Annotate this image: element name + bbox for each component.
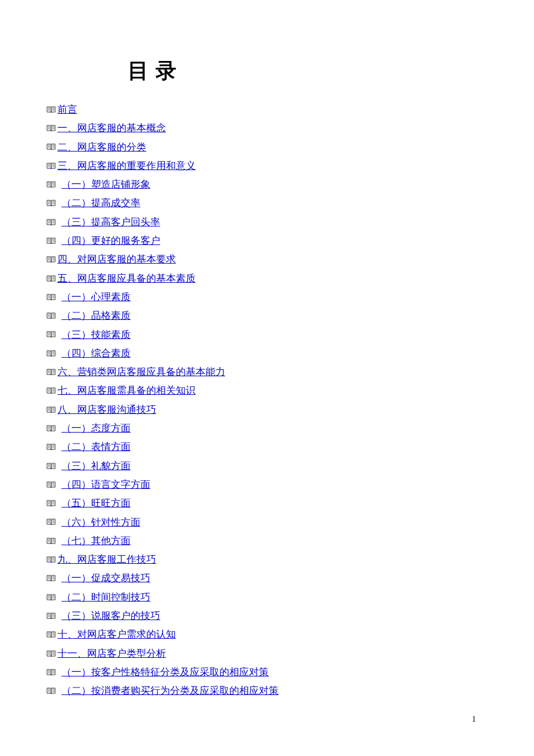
toc-item: （七）其他方面 bbox=[46, 534, 488, 548]
book-icon bbox=[46, 312, 56, 319]
toc-link[interactable]: （二）提高成交率 bbox=[62, 196, 140, 210]
toc-item: 四、对网店客服的基本要求 bbox=[46, 253, 488, 267]
book-icon bbox=[46, 387, 56, 394]
toc-link[interactable]: 前言 bbox=[57, 103, 77, 117]
toc-item: （三）礼貌方面 bbox=[46, 459, 488, 473]
toc-link[interactable]: （二）品格素质 bbox=[62, 309, 131, 323]
book-icon bbox=[46, 106, 56, 113]
toc-link[interactable]: 九、网店客服工作技巧 bbox=[57, 553, 156, 567]
toc-item: 三、网店客服的重要作用和意义 bbox=[46, 159, 488, 173]
toc-link[interactable]: （一）按客户性格特征分类及应采取的相应对策 bbox=[62, 665, 269, 679]
toc-item: （五）旺旺方面 bbox=[46, 496, 488, 510]
toc-item: 六、营销类网店客服应具备的基本能力 bbox=[46, 365, 488, 379]
toc-link[interactable]: 七、网店客服需具备的相关知识 bbox=[57, 384, 196, 398]
toc-item: （三）说服客户的技巧 bbox=[46, 609, 488, 623]
toc-item: （一）塑造店铺形象 bbox=[46, 178, 488, 192]
toc-item: （二）表情方面 bbox=[46, 440, 488, 454]
toc-link[interactable]: （一）促成交易技巧 bbox=[62, 571, 150, 585]
toc-item: （四）更好的服务客户 bbox=[46, 234, 488, 248]
toc-item: （二）按消费者购买行为分类及应采取的相应对策 bbox=[46, 684, 488, 698]
toc-link[interactable]: 二、网店客服的分类 bbox=[57, 141, 146, 154]
book-icon bbox=[46, 463, 56, 470]
toc-item: （一）促成交易技巧 bbox=[46, 571, 488, 585]
toc-item: 前言 bbox=[46, 103, 488, 117]
toc-link[interactable]: （七）其他方面 bbox=[62, 534, 131, 548]
toc-link[interactable]: （二）表情方面 bbox=[62, 440, 131, 454]
book-icon bbox=[46, 556, 56, 563]
toc-link[interactable]: （一）塑造店铺形象 bbox=[62, 178, 150, 192]
book-icon bbox=[46, 500, 56, 507]
page-number: 1 bbox=[472, 715, 476, 724]
toc-link[interactable]: （三）提高客户回头率 bbox=[62, 215, 160, 229]
toc-link[interactable]: 八、网店客服沟通技巧 bbox=[57, 403, 156, 417]
book-icon bbox=[46, 237, 56, 244]
book-icon bbox=[46, 294, 56, 301]
toc-item: 八、网店客服沟通技巧 bbox=[46, 403, 488, 417]
toc-item: 五、网店客服应具备的基本素质 bbox=[46, 272, 488, 286]
toc-item: 九、网店客服工作技巧 bbox=[46, 553, 488, 567]
book-icon bbox=[46, 631, 56, 638]
toc-link[interactable]: 一、网店客服的基本概念 bbox=[57, 121, 166, 135]
toc-item: 十一、网店客户类型分析 bbox=[46, 647, 488, 661]
book-icon bbox=[46, 650, 56, 657]
toc-link[interactable]: （五）旺旺方面 bbox=[62, 496, 131, 510]
book-icon bbox=[46, 575, 56, 582]
toc-link[interactable]: （四）综合素质 bbox=[62, 347, 131, 361]
toc-item: （一）按客户性格特征分类及应采取的相应对策 bbox=[46, 665, 488, 679]
toc-item: （二）品格素质 bbox=[46, 309, 488, 323]
toc-item: （一）态度方面 bbox=[46, 422, 488, 435]
toc-link[interactable]: 六、营销类网店客服应具备的基本能力 bbox=[57, 365, 225, 379]
book-icon bbox=[46, 143, 56, 150]
book-icon bbox=[46, 125, 56, 132]
toc-item: （三）技能素质 bbox=[46, 328, 488, 342]
book-icon bbox=[46, 519, 56, 525]
book-icon bbox=[46, 538, 56, 545]
toc-item: 十、对网店客户需求的认知 bbox=[46, 628, 488, 642]
toc-item: 七、网店客服需具备的相关知识 bbox=[46, 384, 488, 398]
book-icon bbox=[46, 256, 56, 263]
toc-link[interactable]: （四）更好的服务客户 bbox=[62, 234, 160, 248]
book-icon bbox=[46, 350, 56, 357]
book-icon bbox=[46, 444, 56, 451]
toc-link[interactable]: 十、对网店客户需求的认知 bbox=[57, 628, 176, 642]
toc-link[interactable]: （六）针对性方面 bbox=[62, 516, 140, 530]
book-icon bbox=[46, 181, 56, 188]
toc-link[interactable]: 五、网店客服应具备的基本素质 bbox=[57, 272, 196, 286]
toc-link[interactable]: （四）语言文字方面 bbox=[62, 478, 150, 492]
book-icon bbox=[46, 594, 56, 601]
book-icon bbox=[46, 406, 56, 413]
toc-link[interactable]: （一）心理素质 bbox=[62, 290, 131, 304]
toc-item: （一）心理素质 bbox=[46, 290, 488, 304]
book-icon bbox=[46, 275, 56, 282]
toc-item: 一、网店客服的基本概念 bbox=[46, 121, 488, 135]
toc-item: （三）提高客户回头率 bbox=[46, 215, 488, 229]
table-of-contents: 前言一、网店客服的基本概念二、网店客服的分类三、网店客服的重要作用和意义（一）塑… bbox=[46, 103, 488, 698]
toc-link[interactable]: （一）态度方面 bbox=[62, 422, 131, 435]
toc-item: （二）时间控制技巧 bbox=[46, 591, 488, 604]
toc-item: 二、网店客服的分类 bbox=[46, 141, 488, 154]
toc-item: （四）语言文字方面 bbox=[46, 478, 488, 492]
book-icon bbox=[46, 200, 56, 207]
page-title: 目录 bbox=[128, 57, 488, 85]
book-icon bbox=[46, 331, 56, 338]
toc-link[interactable]: （三）说服客户的技巧 bbox=[62, 609, 160, 623]
toc-item: （六）针对性方面 bbox=[46, 516, 488, 530]
toc-link[interactable]: （二）时间控制技巧 bbox=[62, 591, 150, 604]
book-icon bbox=[46, 669, 56, 676]
toc-link[interactable]: （三）技能素质 bbox=[62, 328, 131, 342]
toc-link[interactable]: 三、网店客服的重要作用和意义 bbox=[57, 159, 196, 173]
toc-item: （四）综合素质 bbox=[46, 347, 488, 361]
book-icon bbox=[46, 613, 56, 620]
book-icon bbox=[46, 163, 56, 170]
toc-item: （二）提高成交率 bbox=[46, 196, 488, 210]
book-icon bbox=[46, 219, 56, 226]
toc-link[interactable]: （三）礼貌方面 bbox=[62, 459, 131, 473]
toc-link[interactable]: （二）按消费者购买行为分类及应采取的相应对策 bbox=[62, 684, 279, 698]
book-icon bbox=[46, 687, 56, 694]
toc-link[interactable]: 十一、网店客户类型分析 bbox=[57, 647, 166, 661]
book-icon bbox=[46, 369, 56, 376]
book-icon bbox=[46, 481, 56, 488]
toc-link[interactable]: 四、对网店客服的基本要求 bbox=[57, 253, 176, 267]
book-icon bbox=[46, 425, 56, 432]
document-page: 目录 前言一、网店客服的基本概念二、网店客服的分类三、网店客服的重要作用和意义（… bbox=[0, 0, 534, 726]
